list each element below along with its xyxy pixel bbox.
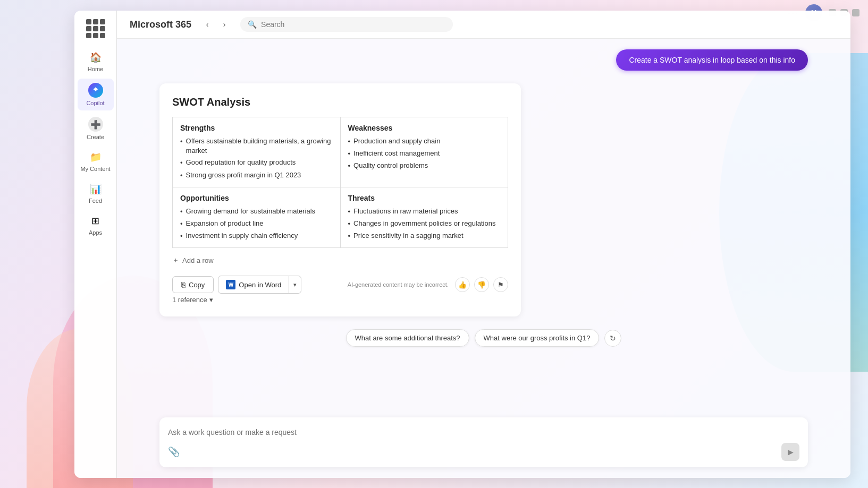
- copy-icon: ⎘: [181, 280, 186, 289]
- suggestion-chip-2[interactable]: What were our gross profits in Q1?: [475, 329, 600, 347]
- forward-button[interactable]: ›: [217, 17, 232, 32]
- feed-icon: 📊: [89, 183, 102, 195]
- threats-cell: Threats Fluctuations in raw material pri…: [340, 187, 508, 248]
- swot-card: SWOT Analysis Strengths Offers sustainab…: [159, 83, 521, 316]
- list-item: Strong gross profit margin in Q1 2023: [180, 170, 333, 181]
- sidebar-item-copilot[interactable]: Copilot: [78, 79, 114, 110]
- brand-title: Microsoft 365: [130, 19, 191, 30]
- flag-button[interactable]: ⚑: [493, 277, 508, 292]
- list-item: Production and supply chain: [348, 136, 501, 147]
- sidebar-item-my-content[interactable]: 📁 My Content: [78, 147, 114, 176]
- main-content: Microsoft 365 ‹ › 🔍 Create a SWOT analys…: [117, 11, 850, 478]
- apps-grid-icon[interactable]: [86, 19, 105, 38]
- input-toolbar: 📎 ▶: [168, 443, 799, 461]
- sidebar-item-create-label: Create: [87, 134, 104, 140]
- swot-table: Strengths Offers sustainable building ma…: [172, 117, 508, 248]
- sidebar-item-feed-label: Feed: [89, 198, 102, 204]
- opportunities-cell: Opportunities Growing demand for sustain…: [173, 187, 341, 248]
- back-button[interactable]: ‹: [200, 17, 215, 32]
- open-in-word-label: Open in Word: [239, 281, 281, 289]
- list-item: Expansion of product line: [180, 219, 333, 229]
- chevron-down-icon: ▾: [209, 296, 213, 304]
- list-item: Quality control problems: [348, 161, 501, 171]
- sidebar-item-apps[interactable]: ⊞ Apps: [78, 210, 114, 240]
- opportunities-header: Opportunities: [180, 194, 333, 202]
- list-item: Good reputation for quality products: [180, 158, 333, 168]
- strengths-cell: Strengths Offers sustainable building ma…: [173, 117, 341, 187]
- apps-icon: ⊞: [89, 215, 102, 227]
- sidebar-item-apps-label: Apps: [89, 229, 102, 236]
- copy-button[interactable]: ⎘ Copy: [172, 276, 214, 293]
- sidebar-item-feed[interactable]: 📊 Feed: [78, 178, 114, 208]
- list-item: Investment in supply chain efficiency: [180, 231, 333, 241]
- add-row-button[interactable]: ＋ Add a row: [172, 253, 214, 267]
- reference-row[interactable]: 1 reference ▾: [172, 296, 508, 304]
- add-row-label: Add a row: [182, 256, 214, 264]
- create-icon: ➕: [88, 117, 103, 132]
- input-area: 📎 ▶: [117, 411, 850, 478]
- swot-title: SWOT Analysis: [172, 96, 508, 108]
- create-swot-button[interactable]: Create a SWOT analysis in loop based on …: [616, 49, 808, 71]
- strengths-list: Offers sustainable building materials, a…: [180, 136, 333, 181]
- send-button[interactable]: ▶: [781, 443, 799, 461]
- word-icon: W: [226, 280, 235, 289]
- list-item: Inefficient cost management: [348, 149, 501, 159]
- weaknesses-list: Production and supply chain Inefficient …: [348, 136, 501, 172]
- search-input[interactable]: [261, 20, 445, 29]
- chat-input[interactable]: [168, 426, 799, 439]
- close-button[interactable]: [852, 9, 859, 16]
- open-in-word-button[interactable]: W Open in Word: [218, 276, 289, 293]
- my-content-icon: 📁: [89, 151, 102, 164]
- weaknesses-header: Weaknesses: [348, 124, 501, 132]
- table-row: Opportunities Growing demand for sustain…: [173, 187, 508, 248]
- weaknesses-cell: Weaknesses Production and supply chain I…: [340, 117, 508, 187]
- sidebar-item-copilot-label: Copilot: [86, 100, 104, 106]
- copilot-icon: [88, 83, 103, 98]
- open-in-word-caret[interactable]: ▾: [289, 278, 301, 292]
- open-in-word-group: W Open in Word ▾: [218, 276, 301, 294]
- thumbs-up-button[interactable]: 👍: [455, 277, 470, 292]
- input-box: 📎 ▶: [159, 417, 808, 467]
- suggestions-row: What are some additional threats? What w…: [159, 329, 808, 347]
- card-buttons: ⎘ Copy W Open in Word ▾: [172, 276, 301, 294]
- app-container: 🏠 Home Copilot ➕ Create 📁 My Content 📊 F…: [74, 11, 850, 478]
- sidebar: 🏠 Home Copilot ➕ Create 📁 My Content 📊 F…: [74, 11, 117, 478]
- sidebar-item-my-content-label: My Content: [80, 166, 110, 172]
- refresh-suggestions-button[interactable]: ↻: [604, 330, 621, 347]
- card-actions: ⎘ Copy W Open in Word ▾ AI-generated: [172, 276, 508, 294]
- plus-icon: ＋: [172, 255, 179, 265]
- ai-disclaimer: AI-generated content may be incorrect.: [348, 281, 449, 288]
- list-item: Changes in government policies or regula…: [348, 219, 501, 229]
- list-item: Growing demand for sustainable materials: [180, 207, 333, 217]
- search-bar: 🔍: [240, 17, 453, 32]
- list-item: Fluctuations in raw material prices: [348, 207, 501, 217]
- list-item: Price sensitivity in a sagging market: [348, 231, 501, 241]
- attach-icon[interactable]: 📎: [168, 446, 180, 458]
- sidebar-item-create[interactable]: ➕ Create: [78, 113, 114, 144]
- sidebar-item-home-label: Home: [88, 66, 103, 72]
- thumbs-down-button[interactable]: 👎: [474, 277, 489, 292]
- reference-text: 1 reference: [172, 296, 207, 304]
- home-icon: 🏠: [89, 51, 102, 64]
- threats-header: Threats: [348, 194, 501, 202]
- table-row: Strengths Offers sustainable building ma…: [173, 117, 508, 187]
- copy-label: Copy: [189, 281, 205, 289]
- list-item: Offers sustainable building materials, a…: [180, 136, 333, 156]
- strengths-header: Strengths: [180, 124, 333, 132]
- suggestion-chip-1[interactable]: What are some additional threats?: [346, 329, 469, 347]
- nav-arrows: ‹ ›: [200, 17, 232, 32]
- sidebar-item-home[interactable]: 🏠 Home: [78, 47, 114, 76]
- top-bar: Microsoft 365 ‹ › 🔍: [117, 11, 850, 39]
- feedback-icons: 👍 👎 ⚑: [455, 277, 508, 292]
- chat-area: Create a SWOT analysis in loop based on …: [117, 39, 850, 411]
- search-icon: 🔍: [248, 20, 257, 29]
- opportunities-list: Growing demand for sustainable materials…: [180, 207, 333, 242]
- threats-list: Fluctuations in raw material prices Chan…: [348, 207, 501, 242]
